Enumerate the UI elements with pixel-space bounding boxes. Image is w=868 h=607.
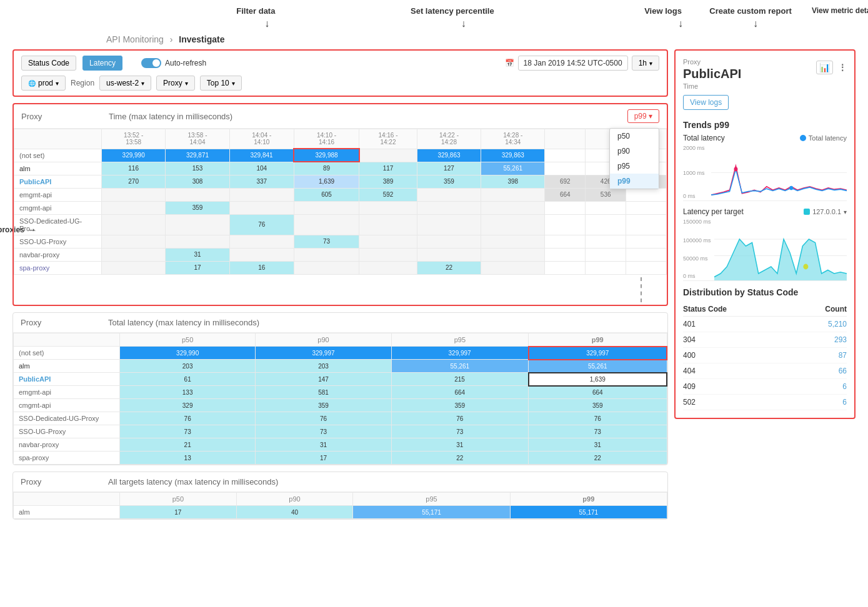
svg-marker-5: [714, 239, 847, 280]
total-latency-legend: Total latency: [809, 134, 847, 142]
latency-per-target-legend: 127.0.0.1: [812, 208, 841, 215]
latency-per-target-label: Latency per target: [683, 207, 744, 216]
filter-data-annotation: Filter data: [236, 6, 275, 16]
view-logs-button[interactable]: View logs: [683, 95, 729, 110]
region-filter[interactable]: us-west-2: [99, 76, 151, 91]
view-metric-annotation: View metric details: [812, 6, 868, 15]
env-filter[interactable]: 🌐prod: [21, 76, 66, 91]
svg-point-6: [803, 264, 808, 270]
latency-per-target-chart: 150000 ms 100000 ms 50000 ms 0 ms: [683, 219, 847, 281]
distribution-title: Distribution by Status Code: [683, 287, 847, 297]
table-row: SSO-UG-Proxy 73 73 73 73: [14, 425, 667, 438]
latency-tab[interactable]: Latency: [82, 56, 122, 71]
dist-row-502: 502 6: [683, 395, 847, 410]
dist-row-404: 404 66: [683, 363, 847, 379]
time-range-btn[interactable]: 1h: [632, 56, 659, 71]
total-table-proxy-col: Proxy: [21, 318, 108, 327]
auto-refresh-toggle[interactable]: [141, 58, 161, 68]
status-code-tab[interactable]: Status Code: [21, 56, 76, 71]
p50-option[interactable]: p50: [610, 129, 659, 144]
total-latency-label: Total latency: [683, 134, 725, 142]
table-row: navbar-proxy 31: [14, 248, 667, 261]
time-table-proxy-col: Proxy: [21, 112, 109, 121]
top10-filter[interactable]: Top 10: [200, 76, 242, 91]
set-latency-annotation: Set latency percentile: [411, 6, 494, 16]
proxy-filter[interactable]: Proxy: [156, 76, 195, 91]
dist-row-409: 409 6: [683, 379, 847, 395]
create-custom-annotation: Create custom report: [709, 6, 791, 16]
table-row: spa-proxy 17 16 22: [14, 261, 667, 274]
more-options-icon[interactable]: ⋮: [838, 62, 847, 72]
table-row: SSO-Dedicated-UG-Proxy 76 76 76 76: [14, 412, 667, 425]
p90-option[interactable]: p90: [610, 144, 659, 159]
table-row: PublicAPI 270 308 337 1,639 389 359 398 …: [14, 175, 667, 188]
right-proxy-name: PublicAPI: [683, 67, 741, 81]
time-table-subtitle: Time (max latency in milliseconds): [109, 112, 232, 121]
dist-row-304: 304 293: [683, 332, 847, 348]
svg-point-1: [734, 167, 737, 172]
dist-row-400: 400 87: [683, 348, 847, 363]
right-panel: Proxy PublicAPI Time 📊 ⋮ View logs View …: [674, 49, 856, 419]
targets-table-subtitle: All targets latency (max latency in mill…: [108, 477, 278, 486]
table-row: navbar-proxy 21 31 31 31: [14, 438, 667, 452]
table-row: cmgmt-api 359: [14, 201, 667, 214]
targets-table-proxy-col: Proxy: [21, 477, 108, 486]
breadcrumb: API Monitoring › Investigate: [6, 32, 862, 49]
targets-latency-section: Proxy All targets latency (max latency i…: [12, 471, 668, 520]
trends-title: Trends p99: [683, 120, 847, 130]
table-row: SSO-UG-Proxy 73: [14, 235, 667, 248]
table-row: alm 17 40 55,171 55,171: [14, 506, 667, 519]
table-row: (not set) 329,990 329,997 329,997 329,99…: [14, 347, 667, 360]
auto-refresh-label: Auto-refresh: [165, 59, 206, 67]
total-table-subtitle: Total latency (max latency in millisecon…: [108, 318, 259, 327]
date-display[interactable]: 18 Jan 2019 14:52 UTC-0500: [518, 56, 628, 71]
table-row: alm 203 203 55,261 55,261: [14, 360, 667, 373]
right-time-label: Time: [683, 82, 741, 90]
table-row: emgmt-api 605 592 664 536: [14, 188, 667, 201]
right-proxy-label: Proxy: [683, 58, 741, 66]
p99-option[interactable]: p99: [610, 174, 659, 189]
total-latency-chart: 2000 ms 1000 ms 0 ms: [683, 145, 847, 201]
p95-option[interactable]: p95: [610, 159, 659, 174]
table-row: spa-proxy 13 17 22 22: [14, 452, 667, 465]
dist-row-401: 401 5,210: [683, 317, 847, 332]
percentile-selector[interactable]: p99 ▾: [627, 109, 659, 123]
table-row: alm 116 153 104 89 117 127 55,261: [14, 162, 667, 175]
view-logs-annotation: View logs: [644, 6, 682, 16]
table-row: SSO-Dedicated-UG-Pro... 76: [14, 214, 667, 235]
time-table-section: Proxy Time (max latency in milliseconds)…: [12, 103, 668, 306]
region-label: Region: [71, 79, 94, 87]
filter-bar: Status Code Latency Auto-refresh 📅 18 Ja…: [12, 49, 668, 97]
table-row: cmgmt-api 329 359 359 359: [14, 399, 667, 412]
chart-icon[interactable]: 📊: [816, 61, 833, 74]
dist-col-status: Status Code: [683, 302, 792, 317]
total-latency-section: Proxy Total latency (max latency in mill…: [12, 312, 668, 466]
percentile-dropdown: p50 p90 p95 p99: [609, 128, 659, 189]
dist-col-count: Count: [792, 302, 847, 317]
table-row: PublicAPI 61 147 215 1,639: [14, 373, 667, 386]
svg-point-2: [789, 186, 793, 190]
table-row: (not set) 329,990 329,871 329,841 329,98…: [14, 149, 667, 162]
table-row: emgmt-api 133 581 664 664: [14, 386, 667, 399]
